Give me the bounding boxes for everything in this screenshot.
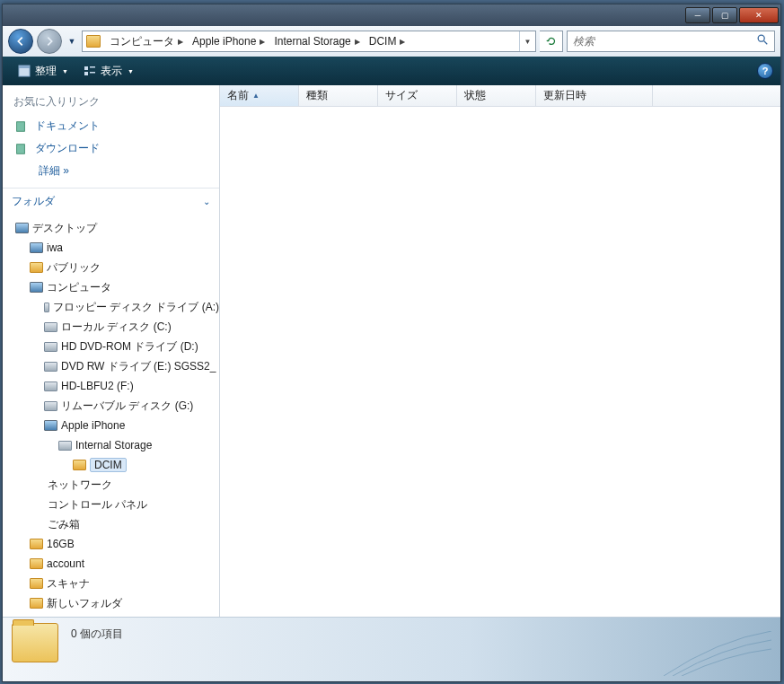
breadcrumb-segment[interactable]: Apple iPhone▶	[187, 31, 269, 51]
tree-node[interactable]: Internal Storage	[3, 435, 219, 455]
views-button[interactable]: 表示 ▼	[75, 59, 141, 83]
folders-header-label: フォルダ	[12, 194, 55, 209]
tree-node[interactable]: ごみ箱	[3, 514, 219, 534]
address-dropdown[interactable]: ▼	[519, 31, 535, 51]
folder-icon	[12, 623, 58, 662]
status-text: 0 個の項目	[71, 623, 123, 642]
column-header-cell[interactable]: 更新日時	[536, 85, 653, 106]
column-header-cell[interactable]: 種類	[299, 85, 378, 106]
mon-icon	[15, 223, 29, 233]
tree-node[interactable]: 新しいフォルダ	[3, 593, 219, 613]
decoration	[664, 631, 771, 676]
organize-button[interactable]: 整理 ▼	[10, 59, 75, 83]
drive-icon	[44, 342, 57, 352]
svg-line-1	[764, 41, 768, 45]
tree-node[interactable]: HD DVD-ROM ドライブ (D:)	[3, 337, 219, 356]
tree-node[interactable]: コンピュータ	[3, 277, 219, 297]
explorer-window: ─ ▢ ✕ ▼ コンピュータ▶Apple iPhone▶Internal Sto…	[2, 4, 781, 682]
chevron-down-icon: ▼	[62, 68, 68, 75]
folder-icon	[30, 262, 43, 273]
tree-node[interactable]: デスクトップ	[3, 218, 219, 238]
svg-rect-7	[90, 72, 95, 74]
tree-node[interactable]: 16GB	[3, 534, 219, 554]
tree-node[interactable]: ローカル ディスク (C:)	[3, 317, 219, 337]
search-box[interactable]	[567, 31, 775, 52]
command-bar: 整理 ▼ 表示 ▼ ?	[3, 57, 780, 85]
folder-tree: デスクトップiwaパブリックコンピュータフロッピー ディスク ドライブ (A:)…	[3, 215, 219, 617]
close-button[interactable]: ✕	[739, 7, 779, 23]
tree-node[interactable]: HD-LBFU2 (F:)	[3, 376, 219, 396]
column-header-cell[interactable]: 状態	[457, 85, 536, 106]
folder-icon	[30, 558, 43, 569]
mon-icon	[30, 282, 43, 293]
tree-node[interactable]: ネットワーク	[3, 475, 219, 495]
favorites-header: お気に入りリンク	[3, 85, 219, 115]
svg-rect-4	[84, 66, 88, 70]
refresh-button[interactable]	[540, 31, 563, 52]
tree-node[interactable]: DCIM	[3, 455, 219, 475]
drive-icon	[44, 401, 57, 411]
content-pane: 名前▲種類サイズ状態更新日時	[220, 85, 780, 617]
link-icon	[13, 142, 28, 156]
net-icon	[30, 497, 44, 512]
chevron-down-icon: ▼	[128, 68, 134, 75]
breadcrumb-segment[interactable]: Internal Storage▶	[269, 31, 363, 51]
tree-node[interactable]: フロッピー ディスク ドライブ (A:)	[3, 297, 219, 317]
body: お気に入りリンク ドキュメントダウンロード 詳細 » フォルダ ⌄ デスクトップ…	[3, 85, 780, 617]
column-header-cell[interactable]: 名前▲	[220, 85, 299, 106]
sidebar: お気に入りリンク ドキュメントダウンロード 詳細 » フォルダ ⌄ デスクトップ…	[3, 85, 220, 617]
forward-button[interactable]	[37, 29, 62, 54]
drive-icon	[44, 381, 57, 391]
folder-icon	[30, 539, 43, 549]
views-icon	[83, 64, 97, 78]
favorite-link[interactable]: ダウンロード	[3, 137, 219, 160]
tree-node[interactable]: パブリック	[3, 258, 219, 277]
net-icon	[30, 478, 44, 492]
minimize-button[interactable]: ─	[685, 7, 710, 23]
file-list[interactable]	[220, 107, 780, 617]
folder-icon	[30, 598, 43, 609]
titlebar: ─ ▢ ✕	[3, 4, 780, 26]
folder-icon	[73, 460, 86, 470]
folder-icon	[30, 578, 43, 589]
svg-rect-5	[90, 66, 95, 68]
mon-icon	[30, 242, 43, 253]
svg-point-0	[758, 35, 764, 41]
drive-icon	[44, 362, 57, 372]
nav-history-dropdown[interactable]: ▼	[66, 31, 78, 51]
search-icon	[756, 33, 769, 49]
organize-icon	[17, 64, 31, 78]
favorites-more[interactable]: 詳細 »	[3, 160, 219, 188]
search-input[interactable]	[573, 35, 756, 48]
organize-label: 整理	[35, 64, 57, 79]
tree-node[interactable]: DVD RW ドライブ (E:) SGSS2_	[3, 356, 219, 376]
address-row: ▼ コンピュータ▶Apple iPhone▶Internal Storage▶D…	[3, 26, 780, 57]
svg-rect-6	[84, 72, 88, 75]
drive-icon	[44, 322, 57, 332]
tree-node[interactable]: コントロール パネル	[3, 495, 219, 514]
svg-rect-9	[17, 144, 25, 153]
views-label: 表示	[101, 64, 122, 79]
column-header-cell[interactable]: サイズ	[378, 85, 457, 106]
drive-icon	[58, 441, 72, 451]
back-button[interactable]	[8, 29, 33, 54]
column-header: 名前▲種類サイズ状態更新日時	[220, 85, 780, 107]
svg-rect-8	[17, 121, 25, 131]
tree-node[interactable]: account	[3, 554, 219, 574]
folders-header[interactable]: フォルダ ⌄	[3, 188, 219, 215]
help-button[interactable]: ?	[757, 63, 773, 79]
tree-node[interactable]: スキャナ	[3, 574, 219, 593]
mon-icon	[44, 420, 57, 431]
folder-icon	[86, 35, 101, 48]
tree-node[interactable]: iwa	[3, 238, 219, 258]
net-icon	[30, 517, 44, 531]
tree-node[interactable]: リムーバブル ディスク (G:)	[3, 396, 219, 416]
chevron-down-icon: ⌄	[203, 197, 210, 206]
maximize-button[interactable]: ▢	[712, 7, 737, 23]
address-bar[interactable]: コンピュータ▶Apple iPhone▶Internal Storage▶DCI…	[82, 31, 536, 52]
breadcrumb-segment[interactable]: DCIM▶	[364, 31, 410, 51]
tree-node[interactable]: Apple iPhone	[3, 416, 219, 435]
favorite-link[interactable]: ドキュメント	[3, 115, 219, 137]
breadcrumb-segment[interactable]: コンピュータ▶	[104, 31, 187, 51]
drive-icon	[44, 303, 49, 312]
